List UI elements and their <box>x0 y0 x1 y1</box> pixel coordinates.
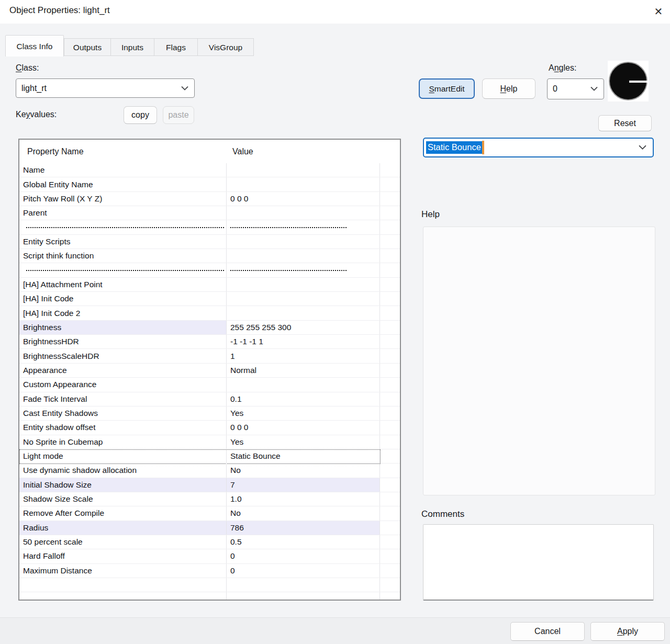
row-spacer-cell <box>379 235 400 248</box>
table-row[interactable]: Entity Scripts <box>19 235 400 249</box>
close-button[interactable]: ✕ <box>650 3 667 20</box>
table-row[interactable]: [HA] Init Code <box>19 292 400 306</box>
angles-combobox[interactable]: 0 <box>547 78 604 99</box>
table-row[interactable]: Name <box>19 163 400 177</box>
table-row[interactable]: AppearanceNormal <box>19 364 400 378</box>
property-value-cell <box>226 163 379 177</box>
row-spacer-cell <box>379 263 400 277</box>
table-row[interactable]: Light modeStatic Bounce <box>19 449 400 464</box>
table-row[interactable]: Pitch Yaw Roll (X Y Z)0 0 0 <box>19 192 400 206</box>
separator-line <box>26 227 224 228</box>
property-name-cell: Radius <box>19 521 226 535</box>
table-row[interactable]: Parent <box>19 206 400 220</box>
table-row[interactable]: Remove After CompileNo <box>19 506 400 521</box>
property-value-cell <box>226 206 379 220</box>
property-value-cell <box>226 220 379 234</box>
property-name-cell: Custom Appearance <box>19 378 226 391</box>
tab-inputs[interactable]: Inputs <box>110 38 154 56</box>
table-row[interactable]: No Sprite in CubemapYes <box>19 435 400 449</box>
property-value-cell: 255 255 255 300 <box>226 321 379 334</box>
keyvalues-table: Property Name Value NameGlobal Entity Na… <box>18 139 401 601</box>
angle-dial[interactable] <box>608 61 649 101</box>
property-value-cell <box>226 278 379 291</box>
reset-button[interactable]: Reset <box>598 115 652 131</box>
table-row[interactable]: BrightnessHDR-1 -1 -1 1 <box>19 335 400 349</box>
property-name-cell: [HA] Attachment Point <box>19 278 226 291</box>
angles-combobox-value: 0 <box>553 84 557 94</box>
row-spacer-cell <box>379 406 400 420</box>
angles-label: Angles: <box>549 63 576 73</box>
property-value-cell <box>226 249 379 263</box>
table-row[interactable]: Radius786 <box>19 521 400 535</box>
cancel-button[interactable]: Cancel <box>510 622 585 641</box>
smartedit-button[interactable]: SmartEdit <box>419 78 475 99</box>
copy-button[interactable]: copy <box>124 106 157 124</box>
column-header-property-name[interactable]: Property Name <box>19 147 226 156</box>
table-row[interactable]: BrightnessScaleHDR1 <box>19 349 400 363</box>
row-spacer-cell <box>379 206 400 220</box>
angle-indicator <box>629 81 648 83</box>
row-spacer-cell <box>379 278 400 291</box>
close-icon: ✕ <box>654 5 663 18</box>
property-name-cell: Entity shadow offset <box>19 421 226 434</box>
property-name-cell <box>19 220 226 234</box>
property-name-cell: Fade Tick Interval <box>19 392 226 406</box>
row-spacer-cell <box>379 521 400 535</box>
column-header-value[interactable]: Value <box>226 147 379 156</box>
chevron-down-icon <box>181 86 188 91</box>
table-row[interactable] <box>19 592 400 600</box>
table-row[interactable]: Fade Tick Interval0.1 <box>19 392 400 406</box>
comments-textarea[interactable] <box>423 524 654 601</box>
property-name-cell: BrightnessHDR <box>19 335 226 348</box>
table-row[interactable] <box>19 578 400 592</box>
table-row[interactable]: Cast Entity ShadowsYes <box>19 406 400 421</box>
table-row[interactable]: [HA] Attachment Point <box>19 278 400 292</box>
table-row[interactable]: Custom Appearance <box>19 378 400 392</box>
property-name-cell: Shadow Size Scale <box>19 492 226 506</box>
property-value-cell <box>226 378 379 391</box>
property-name-cell: [HA] Init Code 2 <box>19 306 226 320</box>
row-spacer-cell <box>379 464 400 477</box>
table-row[interactable]: Global Entity Name <box>19 177 400 191</box>
tab-flags[interactable]: Flags <box>154 38 198 56</box>
row-spacer-cell <box>379 249 400 263</box>
window-title: Object Properties: light_rt <box>9 5 110 16</box>
property-name-cell: Cast Entity Shadows <box>19 406 226 420</box>
value-edit-combobox[interactable]: Static Bounce <box>423 138 654 157</box>
property-value-cell: 0.1 <box>226 392 379 406</box>
tab-class-info[interactable]: Class Info <box>5 35 64 57</box>
comments-label: Comments <box>421 509 464 519</box>
apply-button[interactable]: Apply <box>590 622 665 641</box>
table-row[interactable]: 50 percent scale0.5 <box>19 535 400 549</box>
table-row[interactable]: Shadow Size Scale1.0 <box>19 492 400 506</box>
table-row[interactable]: Initial Shadow Size7 <box>19 478 400 492</box>
property-name-cell <box>19 263 226 277</box>
property-value-cell: 1 <box>226 349 379 363</box>
class-combobox[interactable]: light_rt <box>16 78 195 98</box>
row-spacer-cell <box>379 192 400 206</box>
property-value-cell: Static Bounce <box>226 449 379 463</box>
help-button[interactable]: Help <box>482 78 535 99</box>
class-combobox-value: light_rt <box>21 84 47 93</box>
property-name-cell: Global Entity Name <box>19 177 226 191</box>
table-row[interactable]: Brightness255 255 255 300 <box>19 321 400 335</box>
row-spacer-cell <box>379 535 400 549</box>
table-row[interactable]: Entity shadow offset0 0 0 <box>19 421 400 435</box>
table-row[interactable] <box>19 220 400 234</box>
property-value-cell: Yes <box>226 406 379 420</box>
property-name-cell: Initial Shadow Size <box>19 478 226 492</box>
table-row[interactable]: Hard Falloff0 <box>19 549 400 563</box>
property-table-rows: NameGlobal Entity NamePitch Yaw Roll (X … <box>19 163 400 600</box>
table-row[interactable]: Use dynamic shadow allocationNo <box>19 464 400 478</box>
value-edit-selected-text: Static Bounce <box>426 141 482 154</box>
table-row[interactable]: Maximum Distance0 <box>19 564 400 578</box>
title-bar: Object Properties: light_rt ✕ <box>0 0 670 24</box>
table-row[interactable] <box>19 263 400 277</box>
row-spacer-cell <box>379 592 400 600</box>
tab-visgroup[interactable]: VisGroup <box>197 38 254 56</box>
paste-button[interactable]: paste <box>163 106 194 124</box>
tab-outputs[interactable]: Outputs <box>64 38 111 56</box>
table-row[interactable]: [HA] Init Code 2 <box>19 306 400 320</box>
row-spacer-cell <box>379 321 400 334</box>
table-row[interactable]: Script think function <box>19 249 400 263</box>
